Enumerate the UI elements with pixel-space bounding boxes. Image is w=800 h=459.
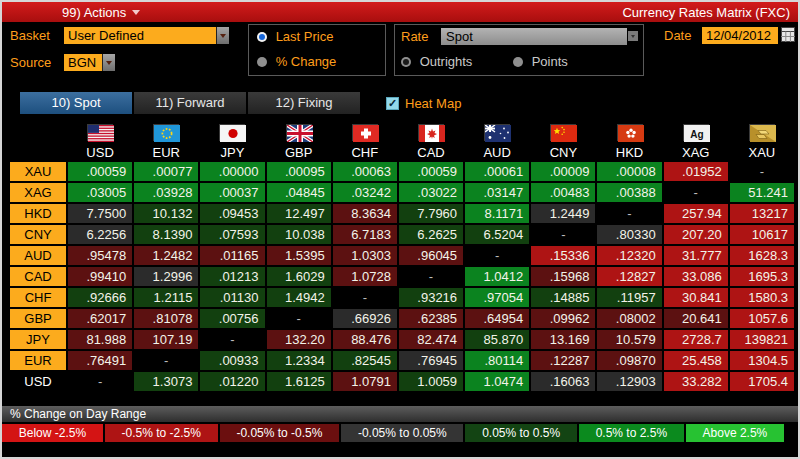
matrix-cell-eur-xag[interactable]: 25.458 <box>664 351 728 370</box>
matrix-cell-hkd-hkd[interactable]: - <box>597 204 661 223</box>
matrix-cell-xau-aud[interactable]: .00061 <box>465 162 529 181</box>
matrix-cell-xag-aud[interactable]: .03147 <box>465 183 529 202</box>
matrix-cell-hkd-aud[interactable]: 8.1171 <box>465 204 529 223</box>
row-label-chf[interactable]: CHF <box>10 288 66 307</box>
matrix-cell-xau-xau[interactable]: - <box>730 162 794 181</box>
matrix-cell-chf-aud[interactable]: .97054 <box>465 288 529 307</box>
matrix-cell-gbp-hkd[interactable]: .08002 <box>597 309 661 328</box>
matrix-cell-aud-usd[interactable]: .95478 <box>68 246 132 265</box>
tab-10-spot[interactable]: 10) Spot <box>20 92 132 114</box>
matrix-cell-cad-hkd[interactable]: .12827 <box>597 267 661 286</box>
matrix-cell-jpy-hkd[interactable]: 10.579 <box>597 330 661 349</box>
matrix-cell-gbp-gbp[interactable]: - <box>267 309 331 328</box>
matrix-cell-hkd-cad[interactable]: 7.7960 <box>399 204 463 223</box>
matrix-cell-aud-cny[interactable]: .15336 <box>531 246 595 265</box>
matrix-cell-jpy-jpy[interactable]: - <box>200 330 264 349</box>
matrix-cell-eur-jpy[interactable]: .00933 <box>200 351 264 370</box>
matrix-cell-cny-eur[interactable]: 8.1390 <box>134 225 198 244</box>
source-select[interactable]: BGN <box>64 54 102 71</box>
outrights-radio[interactable] <box>401 57 411 67</box>
matrix-cell-hkd-chf[interactable]: 8.3634 <box>333 204 397 223</box>
basket-dropdown-arrow-icon[interactable] <box>216 27 229 44</box>
matrix-cell-aud-gbp[interactable]: 1.5395 <box>267 246 331 265</box>
source-dropdown-arrow-icon[interactable] <box>102 54 115 71</box>
matrix-cell-xau-eur[interactable]: .00077 <box>134 162 198 181</box>
matrix-cell-gbp-xag[interactable]: 20.641 <box>664 309 728 328</box>
matrix-cell-jpy-xau[interactable]: 139821 <box>730 330 794 349</box>
row-label-cny[interactable]: CNY <box>10 225 66 244</box>
matrix-cell-chf-hkd[interactable]: .11957 <box>597 288 661 307</box>
matrix-cell-eur-chf[interactable]: .82545 <box>333 351 397 370</box>
points-option[interactable]: Points <box>513 54 568 69</box>
row-label-cad[interactable]: CAD <box>10 267 66 286</box>
matrix-cell-chf-xau[interactable]: 1580.3 <box>730 288 794 307</box>
outrights-option[interactable]: Outrights <box>401 54 472 69</box>
matrix-cell-gbp-chf[interactable]: .66926 <box>333 309 397 328</box>
matrix-cell-xag-jpy[interactable]: .00037 <box>200 183 264 202</box>
matrix-cell-eur-aud[interactable]: .80114 <box>465 351 529 370</box>
percent-change-radio[interactable] <box>257 57 267 67</box>
matrix-cell-xau-chf[interactable]: .00063 <box>333 162 397 181</box>
matrix-cell-chf-xag[interactable]: 30.841 <box>664 288 728 307</box>
actions-button[interactable]: 99) Actions <box>10 5 140 20</box>
matrix-cell-xau-jpy[interactable]: .00000 <box>200 162 264 181</box>
matrix-cell-eur-cad[interactable]: .76945 <box>399 351 463 370</box>
row-label-hkd[interactable]: HKD <box>10 204 66 223</box>
matrix-cell-cny-usd[interactable]: 6.2256 <box>68 225 132 244</box>
date-input[interactable]: 12/04/2012 <box>702 27 778 44</box>
basket-select[interactable]: User Defined <box>64 27 216 44</box>
rate-select[interactable]: Spot <box>441 28 627 45</box>
matrix-cell-jpy-xag[interactable]: 2728.7 <box>664 330 728 349</box>
matrix-cell-eur-xau[interactable]: 1304.5 <box>730 351 794 370</box>
tab-11-forward[interactable]: 11) Forward <box>134 92 246 114</box>
matrix-cell-cny-gbp[interactable]: 10.038 <box>267 225 331 244</box>
matrix-cell-cad-cny[interactable]: .15968 <box>531 267 595 286</box>
matrix-cell-jpy-eur[interactable]: 107.19 <box>134 330 198 349</box>
matrix-cell-chf-usd[interactable]: .92666 <box>68 288 132 307</box>
row-label-gbp[interactable]: GBP <box>10 309 66 328</box>
matrix-cell-xag-gbp[interactable]: .04845 <box>267 183 331 202</box>
matrix-cell-cny-cny[interactable]: - <box>531 225 595 244</box>
matrix-cell-hkd-usd[interactable]: 7.7500 <box>68 204 132 223</box>
matrix-cell-hkd-xau[interactable]: 13217 <box>730 204 794 223</box>
matrix-cell-xau-xag[interactable]: .01952 <box>664 162 728 181</box>
matrix-cell-cny-aud[interactable]: 6.5204 <box>465 225 529 244</box>
matrix-cell-eur-cny[interactable]: .12287 <box>531 351 595 370</box>
matrix-cell-aud-hkd[interactable]: .12320 <box>597 246 661 265</box>
matrix-cell-cad-chf[interactable]: 1.0728 <box>333 267 397 286</box>
matrix-cell-aud-xau[interactable]: 1628.3 <box>730 246 794 265</box>
matrix-cell-aud-aud[interactable]: - <box>465 246 529 265</box>
matrix-cell-eur-gbp[interactable]: 1.2334 <box>267 351 331 370</box>
matrix-cell-cny-xag[interactable]: 207.20 <box>664 225 728 244</box>
matrix-cell-chf-cad[interactable]: .93216 <box>399 288 463 307</box>
matrix-cell-jpy-cad[interactable]: 82.474 <box>399 330 463 349</box>
matrix-cell-cad-aud[interactable]: 1.0412 <box>465 267 529 286</box>
matrix-cell-jpy-chf[interactable]: 88.476 <box>333 330 397 349</box>
calendar-icon[interactable] <box>781 27 795 45</box>
matrix-cell-cad-gbp[interactable]: 1.6029 <box>267 267 331 286</box>
matrix-cell-cad-cad[interactable]: - <box>399 267 463 286</box>
row-label-xag[interactable]: XAG <box>10 183 66 202</box>
matrix-cell-hkd-gbp[interactable]: 12.497 <box>267 204 331 223</box>
matrix-cell-cad-eur[interactable]: 1.2996 <box>134 267 198 286</box>
tab-12-fixing[interactable]: 12) Fixing <box>248 92 360 114</box>
matrix-cell-hkd-xag[interactable]: 257.94 <box>664 204 728 223</box>
matrix-cell-cny-xau[interactable]: 10617 <box>730 225 794 244</box>
matrix-cell-usd-eur[interactable]: 1.3073 <box>134 372 198 391</box>
matrix-cell-chf-eur[interactable]: 1.2115 <box>134 288 198 307</box>
matrix-cell-eur-hkd[interactable]: .09870 <box>597 351 661 370</box>
matrix-cell-usd-xau[interactable]: 1705.4 <box>730 372 794 391</box>
matrix-cell-cad-xau[interactable]: 1695.3 <box>730 267 794 286</box>
matrix-cell-xau-cny[interactable]: .00009 <box>531 162 595 181</box>
matrix-cell-xag-chf[interactable]: .03242 <box>333 183 397 202</box>
matrix-cell-usd-cad[interactable]: 1.0059 <box>399 372 463 391</box>
matrix-cell-chf-cny[interactable]: .14885 <box>531 288 595 307</box>
matrix-cell-jpy-gbp[interactable]: 132.20 <box>267 330 331 349</box>
last-price-option[interactable]: Last Price <box>257 29 333 44</box>
matrix-cell-xau-usd[interactable]: .00059 <box>68 162 132 181</box>
matrix-cell-hkd-cny[interactable]: 1.2449 <box>531 204 595 223</box>
matrix-cell-jpy-usd[interactable]: 81.988 <box>68 330 132 349</box>
matrix-cell-chf-chf[interactable]: - <box>333 288 397 307</box>
matrix-cell-cny-cad[interactable]: 6.2625 <box>399 225 463 244</box>
matrix-cell-aud-eur[interactable]: 1.2482 <box>134 246 198 265</box>
